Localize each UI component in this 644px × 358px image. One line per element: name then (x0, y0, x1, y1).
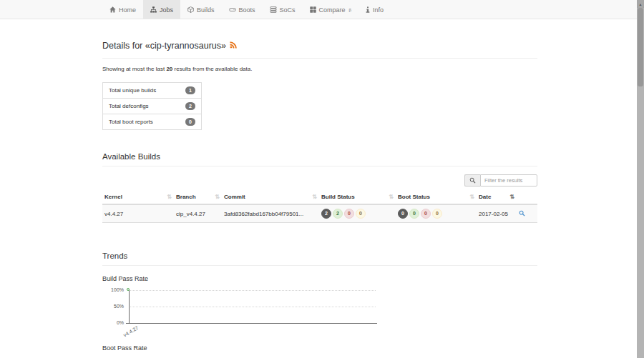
summary-row-unique-builds: Total unique builds 1 (103, 83, 201, 98)
nav-item-info[interactable]: Info (358, 0, 391, 19)
build-status-cell: 2200 (319, 204, 396, 222)
filter-input-group (464, 174, 537, 187)
summary-row-defconfigs: Total defconfigs 2 (103, 98, 201, 114)
build-row: v4.4.27 cip_v4.4.27 3afd8362fabd167bb04f… (102, 204, 537, 222)
boot-pass-rate-title: Boot Pass Rate (102, 344, 537, 352)
build-pass-rate-title: Build Pass Rate (102, 275, 537, 282)
boot-status-cell: 0000 (396, 204, 477, 222)
nav-item-compare[interactable]: Compareβ (303, 0, 358, 19)
summary-count-badge: 1 (185, 86, 195, 94)
nav-item-label: Builds (197, 6, 215, 14)
boot-fail-badge: 0 (421, 209, 431, 219)
sort-icon[interactable]: ⇅ (167, 194, 172, 200)
header-commit: Commit⇅ (222, 192, 319, 204)
header-kernel: Kernel⇅ (102, 192, 174, 204)
build-fail-badge: 0 (344, 209, 354, 219)
builds-table-header-row: Kernel⇅ Branch⇅ Commit⇅ Build Status⇅ Bo… (102, 192, 537, 204)
boot-pass-badge: 0 (409, 209, 419, 219)
filter-input[interactable] (480, 174, 537, 187)
build-total-badge: 2 (321, 209, 331, 219)
nav-item-label: Info (373, 6, 384, 14)
summary-table: Total unique builds 1 Total defconfigs 2… (102, 82, 202, 130)
build-details-search-icon[interactable] (519, 210, 525, 218)
y-axis (129, 290, 130, 323)
sort-icon[interactable]: ⇅ (215, 194, 220, 200)
scrollbar-thumb[interactable] (638, 8, 643, 86)
scrollbar-up-arrow[interactable]: ▲ (637, 0, 644, 8)
header-boot-status: Boot Status⇅ (396, 192, 477, 204)
nav-item-label: Jobs (160, 6, 173, 14)
header-label: Build Status (321, 194, 355, 200)
results-count: 20 (166, 66, 172, 72)
th-large-icon (310, 6, 316, 13)
sort-icon-active[interactable]: ⇅ (509, 194, 514, 200)
nav-item-label: Boots (239, 6, 255, 14)
header-label: Branch (176, 194, 196, 200)
xtick-v4427: v4.4.27 (114, 325, 140, 342)
gridline-50 (129, 307, 376, 307)
vertical-scrollbar[interactable]: ▲ (637, 0, 644, 358)
boot-unknown-badge: 0 (432, 209, 442, 219)
date-cell: 2017-02-05 (477, 204, 517, 222)
summary-count-badge: 0 (185, 118, 195, 126)
nav-item-label: SoCs (280, 6, 296, 14)
header-label: Kernel (104, 194, 122, 200)
builds-table: Kernel⇅ Branch⇅ Commit⇅ Build Status⇅ Bo… (102, 192, 537, 223)
summary-label: Total boot reports (109, 119, 153, 125)
build-pass-badge: 2 (333, 209, 343, 219)
branch-cell: cip_v4.4.27 (174, 204, 222, 222)
gridline-100 (129, 290, 376, 291)
ytick-0: 0% (102, 320, 124, 325)
nav-item-label: Compare (319, 6, 346, 14)
page-title-text: Details for «cip-tyrannosaurus» (102, 41, 226, 51)
nav-item-home[interactable]: Home (102, 0, 143, 19)
kernel-cell: v4.4.27 (102, 204, 174, 222)
summary-count-badge: 2 (185, 102, 195, 110)
filter-search-button[interactable] (464, 174, 480, 187)
header-actions (517, 192, 537, 204)
server-icon (270, 6, 277, 13)
nav-item-jobs[interactable]: Jobs (143, 0, 180, 19)
boot-total-badge: 0 (398, 209, 408, 219)
results-summary-suffix: results from the available data. (172, 66, 252, 72)
home-icon (109, 6, 116, 13)
commit-cell: 3afd8362fabd167bb04f79501... (222, 204, 319, 222)
nav-item-socs[interactable]: SoCs (263, 0, 303, 19)
build-unknown-badge: 0 (356, 209, 366, 219)
header-date: Date⇅ (477, 192, 517, 204)
page-title: Details for «cip-tyrannosaurus» (102, 41, 537, 59)
sitemap-icon (150, 6, 157, 13)
nav-item-builds[interactable]: Builds (180, 0, 222, 19)
cube-icon (187, 6, 194, 13)
ytick-100: 100% (102, 287, 124, 292)
sort-icon[interactable]: ⇅ (469, 194, 474, 200)
navbar-items: Home Jobs Builds Boots SoCs Compareβ Inf… (102, 0, 644, 19)
info-icon (366, 6, 370, 13)
build-pass-rate-chart: 100% 50% 0% v4.4.27 (102, 286, 389, 334)
header-label: Commit (224, 194, 245, 200)
ytick-50: 50% (102, 304, 124, 309)
header-label: Boot Status (398, 194, 430, 200)
rss-icon[interactable] (230, 41, 237, 51)
header-build-status: Build Status⇅ (319, 192, 396, 204)
top-navbar: Home Jobs Builds Boots SoCs Compareβ Inf… (0, 0, 644, 19)
available-builds-title: Available Builds (102, 152, 537, 166)
main-content: Details for «cip-tyrannosaurus» Showing … (102, 41, 537, 358)
header-branch: Branch⇅ (174, 192, 222, 204)
sort-icon[interactable]: ⇅ (312, 194, 317, 200)
sort-icon[interactable]: ⇅ (389, 194, 394, 200)
hdd-icon (229, 6, 236, 13)
header-label: Date (479, 194, 491, 200)
nav-item-label: Home (119, 6, 136, 14)
trends-title: Trends (102, 252, 537, 266)
summary-label: Total defconfigs (109, 103, 149, 109)
summary-label: Total unique builds (109, 87, 156, 94)
results-summary: Showing at most the last 20 results from… (102, 66, 537, 72)
results-summary-prefix: Showing at most the last (102, 66, 166, 72)
x-axis (126, 323, 377, 324)
filter-row (102, 174, 537, 187)
actions-cell (517, 204, 537, 222)
nav-item-boots[interactable]: Boots (222, 0, 263, 19)
summary-row-boot-reports: Total boot reports 0 (103, 114, 201, 129)
beta-superscript: β (349, 8, 351, 12)
